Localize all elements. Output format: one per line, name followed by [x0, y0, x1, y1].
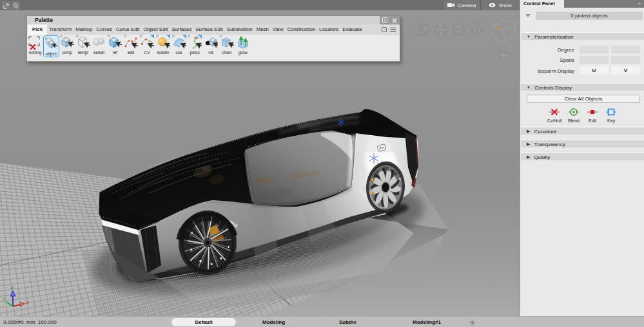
svg-text:Cv/Hull: Cv/Hull	[547, 118, 562, 123]
svg-text:Blend: Blend	[568, 118, 580, 123]
svg-text:Edit: Edit	[589, 118, 596, 123]
svg-text:x: x	[26, 300, 29, 304]
svg-text:y: y	[3, 296, 5, 301]
svg-text:Key: Key	[607, 118, 616, 124]
svg-text:z: z	[11, 285, 14, 290]
